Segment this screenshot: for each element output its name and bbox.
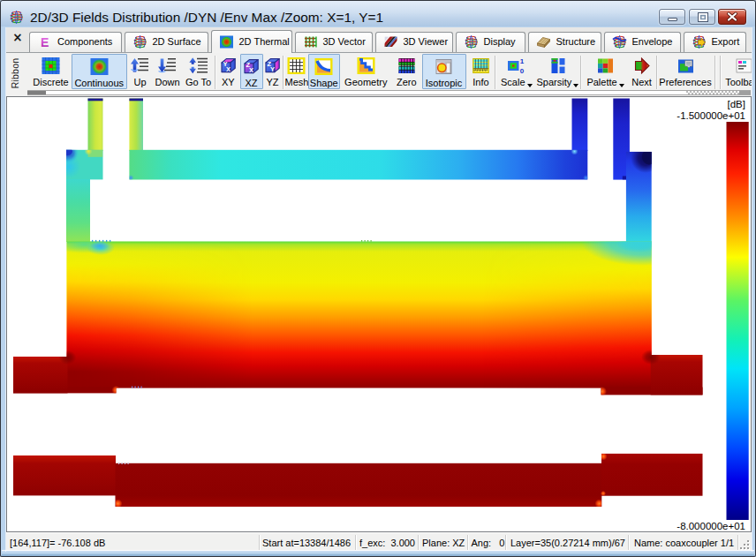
vector-icon (303, 34, 318, 49)
dropdown-arrow-icon (619, 84, 624, 87)
ribbon-scrollbar-thumb[interactable] (27, 91, 46, 94)
tab-3d-vector[interactable]: 3D Vector (295, 32, 373, 53)
status-start-at: Start at=13384/1486 (262, 538, 351, 548)
app-window: 2D/3D Fields Distribution /DYN /Env Max … (0, 0, 756, 557)
toolbar-button-xz[interactable]: Z XXZ (240, 54, 263, 89)
toolbar-button-yz[interactable]: Z YYZ (263, 54, 283, 89)
tab-export[interactable]: Export (684, 32, 746, 53)
ribbon-scrollbar-end-block (739, 91, 751, 94)
toolbar-button-info[interactable]: Info (469, 54, 493, 89)
status-separator (628, 535, 629, 550)
toolbar-button-isotropic[interactable]: Isotropic (422, 54, 466, 89)
field-canvas[interactable]: [dB] -1.500000e+01 -8.000000e+01 (6, 96, 752, 532)
toolbar-button-continuous[interactable]: Continuous (72, 54, 127, 89)
toolbar-button-palette[interactable]: Palette (582, 54, 629, 89)
status-cursor-readout: [164,117]= -76.108 dB (10, 538, 105, 548)
status-separator (418, 535, 419, 550)
dropdown-arrow-icon (573, 84, 578, 87)
status-separator (259, 535, 260, 550)
status-separator (505, 535, 506, 550)
tab-2d-thermal[interactable]: 2D Thermal (211, 30, 292, 54)
zero-icon (397, 56, 416, 75)
toolbar-separator (283, 56, 284, 89)
maximize-button[interactable] (689, 9, 715, 25)
status-f-exc: f_exc: 3.000 (359, 538, 415, 548)
toolbar-button-shape[interactable]: Shape (308, 54, 340, 89)
tab-2d-surface[interactable]: 2D Surface (125, 32, 208, 53)
status-separator (355, 535, 356, 550)
tab-strip: EComponents 2D Surface2D Thermal3D Vecto… (29, 27, 749, 52)
minimize-button[interactable] (659, 9, 685, 25)
window-frame-inner-right (752, 27, 752, 552)
tab-3d-viewer[interactable]: 3D Viewer (375, 32, 453, 53)
status-layer: Layer=35(0.27214 mm)/67 (510, 538, 625, 548)
toolbar-button-next[interactable]: Next (629, 54, 654, 89)
shape-icon (314, 57, 333, 76)
ribbon-close-button[interactable]: × (10, 30, 26, 44)
toolbar-separator (495, 56, 495, 89)
toolbar-separator (656, 56, 657, 89)
viewer-icon (383, 34, 398, 49)
xy-icon: Y X (219, 56, 238, 75)
tab-bar: × EComponents 2D Surface2D Thermal3D Vec… (6, 27, 752, 52)
ribbon-toolbar: Ribbon DiscreteContinuousUpDownGo To Y X… (6, 52, 752, 96)
minimize-icon (668, 18, 677, 21)
toolbar-button-go-to[interactable]: Go To (183, 54, 215, 89)
geometry-icon (357, 56, 375, 75)
svg-text:Y: Y (270, 65, 275, 73)
isotropic-icon (435, 57, 453, 76)
down-icon (158, 56, 177, 75)
resize-grip[interactable] (738, 538, 749, 549)
svg-text:0: 0 (520, 67, 525, 75)
mesh-icon (287, 56, 306, 75)
next-icon (632, 56, 651, 75)
components-icon: E (37, 34, 52, 49)
toolbar-button-toolbars[interactable]: Toolbars (722, 54, 752, 89)
sparsity-icon (548, 56, 567, 75)
app-icon (9, 10, 24, 25)
tab-structure[interactable]: Structure (528, 32, 601, 53)
ribbon-scrollbar-track-pattern (686, 91, 739, 94)
toolbar-separator (714, 56, 715, 89)
toolbar-button-geometry[interactable]: Geometry (341, 54, 391, 89)
display-icon (464, 34, 479, 49)
tab-components[interactable]: EComponents (29, 32, 122, 53)
status-bar: [164,117]= -76.108 dB Start at=13384/148… (6, 532, 752, 552)
toolbar-button-mesh[interactable]: Mesh (285, 54, 308, 89)
colorbar-unit-label: [dB] (728, 99, 745, 109)
close-button[interactable] (718, 9, 746, 25)
ribbon-side-strip[interactable]: Ribbon (6, 53, 26, 95)
tab-envelope[interactable]: Envelope (604, 32, 681, 53)
close-icon (719, 10, 745, 24)
toolbar-button-up[interactable]: Up (128, 54, 153, 89)
colorbar-min-label: -8.000000e+01 (677, 521, 745, 531)
toolbar-button-scale[interactable]: 10Scale (496, 54, 537, 89)
up-icon (131, 56, 149, 75)
info-icon (472, 56, 490, 75)
toolbar-separator (580, 56, 581, 89)
toolbar-button-xy[interactable]: Y XXY (216, 54, 240, 89)
dropdown-arrow-icon (527, 84, 533, 87)
title-bar[interactable]: 2D/3D Fields Distribution /DYN /Env Max … (1, 1, 755, 26)
status-name: Name: coaxcoupler 1/1 (634, 538, 734, 548)
ribbon-strip-label: Ribbon (10, 53, 20, 94)
status-separator (467, 535, 468, 550)
yz-icon: Z Y (263, 56, 282, 75)
svg-text:1: 1 (520, 57, 525, 65)
export-icon (692, 34, 707, 49)
window-title: 2D/3D Fields Distribution /DYN /Env Max … (30, 10, 383, 26)
toolbar-button-down[interactable]: Down (153, 54, 183, 89)
window-frame-bottom-shade (2, 550, 754, 556)
toolbar-button-zero[interactable]: Zero (393, 54, 420, 89)
svg-text:X: X (249, 66, 253, 74)
colorbar-max-label: -1.500000e+01 (677, 110, 745, 121)
goto-icon (189, 56, 208, 75)
toolbar-button-preferences[interactable]: Preferences (658, 54, 714, 89)
toolbar-button-sparsity[interactable]: Sparsity (537, 54, 579, 89)
tab-display[interactable]: Display (456, 32, 525, 53)
window-frame-inner-left (5, 27, 6, 552)
xz-icon: Z X (242, 57, 261, 76)
toolbar-button-discrete[interactable]: Discrete (30, 54, 72, 89)
toolbars-icon (735, 56, 752, 75)
ribbon-scrollbar[interactable] (27, 90, 751, 95)
